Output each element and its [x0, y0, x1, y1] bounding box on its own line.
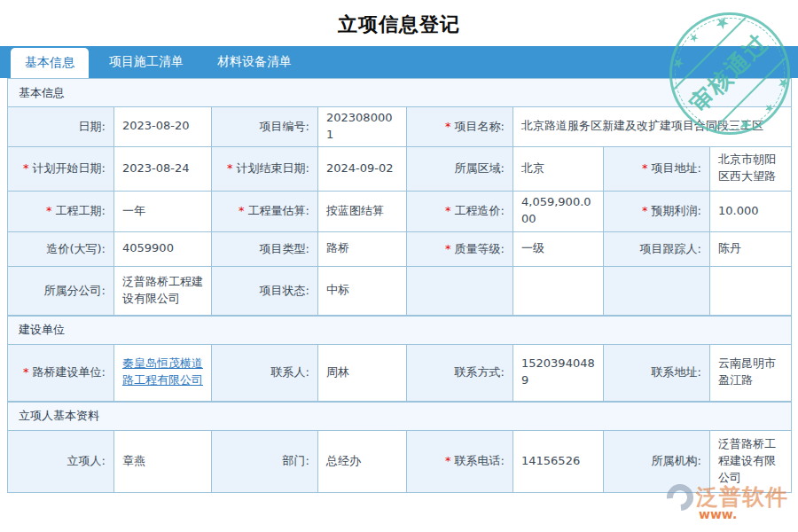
branch-company-value: 泛普路桥工程建设有限公司	[114, 266, 212, 315]
contact-person-label: 联系人:	[212, 344, 318, 401]
quality-grade-value: 一级	[513, 231, 604, 266]
project-name-value: 北京路道服务区新建及改扩建项目合同段三工区	[513, 107, 792, 147]
construction-unit-value: 秦皇岛恒茂横道路工程有限公司	[114, 344, 212, 401]
required-asterisk: *	[642, 161, 648, 175]
date-label: 日期:	[8, 107, 114, 147]
contact-number-label: 联系方式:	[407, 344, 513, 401]
phone-value: 14156526	[513, 430, 604, 492]
section-title-construction-unit: 建设单位	[8, 316, 792, 344]
initiator-label: 立项人:	[8, 430, 114, 492]
quantity-estimate-value: 按蓝图结算	[318, 191, 407, 231]
contact-person-value: 周林	[318, 344, 407, 401]
required-asterisk: *	[227, 161, 233, 175]
region-label: 所属区域:	[407, 146, 513, 191]
project-duration-value: 一年	[114, 191, 212, 231]
project-duration-label: *工程工期:	[8, 191, 114, 231]
tab-material-equipment-list[interactable]: 材料设备清单	[204, 46, 305, 78]
empty-value-cell	[513, 266, 604, 315]
quality-grade-label: *质量等级:	[407, 231, 513, 266]
section-title-basic-info: 基本信息	[8, 79, 792, 107]
empty-value-cell	[710, 266, 792, 315]
phone-label: *联系电话:	[407, 430, 513, 492]
organization-label: 所属机构:	[604, 430, 710, 492]
construction-unit-label: *路桥建设单位:	[8, 344, 114, 401]
department-value: 总经办	[318, 430, 407, 492]
branch-company-label: 所属分公司:	[8, 266, 114, 315]
contact-address-value: 云南昆明市盈江路	[710, 344, 792, 401]
project-status-label: 项目状态:	[212, 266, 318, 315]
project-name-label: *项目名称:	[407, 107, 513, 147]
project-code-value: 2023080001	[318, 107, 407, 147]
project-address-value: 北京市朝阳区西大望路	[710, 146, 792, 191]
required-asterisk: *	[23, 161, 29, 175]
construction-unit-table: 建设单位 *路桥建设单位: 秦皇岛恒茂横道路工程有限公司 联系人: 周林 联系方…	[7, 316, 792, 402]
required-asterisk: *	[445, 120, 451, 133]
project-status-value: 中标	[318, 266, 407, 315]
project-address-label: *项目地址:	[604, 146, 710, 191]
initiator-info-table: 立项人基本资料 立项人: 章燕 部门: 总经办 *联系电话: 14156526 …	[7, 402, 792, 493]
required-asterisk: *	[445, 204, 451, 217]
contact-address-label: 联系地址:	[604, 344, 710, 401]
empty-label-cell	[604, 266, 710, 315]
plan-end-date-value: 2024-09-02	[318, 146, 407, 191]
section-title-initiator-info: 立项人基本资料	[8, 402, 792, 430]
tab-construction-list[interactable]: 项目施工清单	[96, 46, 197, 78]
expected-profit-value: 10.000	[710, 191, 792, 231]
date-value: 2023-08-20	[114, 107, 212, 147]
required-asterisk: *	[239, 204, 245, 217]
vendor-url-text: www.	[699, 507, 788, 521]
region-value: 北京	[513, 146, 604, 191]
project-type-value: 路桥	[318, 231, 407, 266]
tab-bar: 基本信息 项目施工清单 材料设备清单	[0, 46, 798, 78]
expected-profit-label: *预期利润:	[604, 191, 710, 231]
plan-end-date-label: *计划结束日期:	[212, 146, 318, 191]
cost-in-words-value: 4059900	[114, 231, 212, 266]
organization-value: 泛普路桥工程建设有限公司	[710, 430, 792, 492]
page-title: 立项信息登记	[0, 12, 798, 38]
required-asterisk: *	[46, 204, 52, 217]
project-cost-value: 4,059,900.000	[513, 191, 604, 231]
department-label: 部门:	[212, 430, 318, 492]
initiator-value: 章燕	[114, 430, 212, 492]
project-tracker-value: 陈丹	[710, 231, 792, 266]
quantity-estimate-label: *工程量估算:	[212, 191, 318, 231]
basic-info-table: 基本信息 日期: 2023-08-20 项目编号: 2023080001 *项目…	[7, 78, 792, 316]
project-tracker-label: 项目跟踪人:	[604, 231, 710, 266]
project-cost-label: *工程造价:	[407, 191, 513, 231]
construction-unit-link[interactable]: 秦皇岛恒茂横道路工程有限公司	[122, 356, 203, 387]
project-type-label: 项目类型:	[212, 231, 318, 266]
required-asterisk: *	[445, 242, 451, 255]
required-asterisk: *	[642, 204, 648, 217]
cost-in-words-label: 造价(大写):	[8, 231, 114, 266]
required-asterisk: *	[23, 365, 29, 379]
required-asterisk: *	[445, 454, 451, 467]
project-code-label: 项目编号:	[212, 107, 318, 147]
empty-label-cell	[407, 266, 513, 315]
contact-number-value: 15203940489	[513, 344, 604, 401]
plan-start-date-label: *计划开始日期:	[8, 146, 114, 191]
plan-start-date-value: 2023-08-24	[114, 146, 212, 191]
tab-basic-info[interactable]: 基本信息	[11, 48, 89, 78]
